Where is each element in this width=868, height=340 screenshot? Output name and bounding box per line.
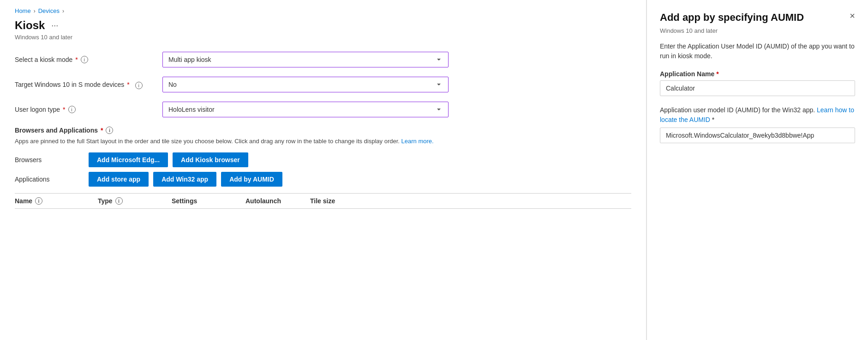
add-store-app-button[interactable]: Add store app <box>89 172 149 187</box>
breadcrumb-home[interactable]: Home <box>15 7 31 14</box>
page-title-row: Kiosk ··· <box>15 19 631 32</box>
applications-label: Applications <box>15 176 89 183</box>
add-win32-app-button[interactable]: Add Win32 app <box>153 172 216 187</box>
user-logon-select[interactable]: HoloLens visitor Azure AD user or group … <box>162 102 449 117</box>
applications-buttons: Add store app Add Win32 app Add by AUMID <box>89 172 282 187</box>
browsers-apps-info-icon[interactable]: i <box>106 127 113 134</box>
browsers-label: Browsers <box>15 156 89 164</box>
kiosk-mode-row: Select a kiosk mode * i Multi app kiosk … <box>15 52 631 67</box>
learn-more-link[interactable]: Learn more. <box>401 138 434 145</box>
target-windows-row: Target Windows 10 in S mode devices * i … <box>15 77 631 92</box>
left-panel: Home › Devices › Kiosk ··· Windows 10 an… <box>0 0 647 340</box>
app-name-required: * <box>716 70 718 78</box>
breadcrumb: Home › Devices › <box>15 7 631 14</box>
table-header: Name i Type i Settings Autolaunch Tile s… <box>15 193 631 209</box>
target-windows-select[interactable]: No Yes <box>162 77 449 92</box>
browsers-row: Browsers Add Microsoft Edg... Add Kiosk … <box>15 152 631 167</box>
kiosk-mode-label: Select a kiosk mode * i <box>15 56 162 63</box>
add-by-aumid-button[interactable]: Add by AUMID <box>221 172 282 187</box>
kiosk-mode-control: Multi app kiosk Single app kiosk <box>162 52 449 67</box>
add-microsoft-edge-button[interactable]: Add Microsoft Edg... <box>89 152 168 167</box>
col-settings-header: Settings <box>172 197 245 205</box>
breadcrumb-devices[interactable]: Devices <box>38 7 60 14</box>
app-name-input[interactable] <box>660 80 855 96</box>
user-logon-info-icon[interactable]: i <box>68 106 76 113</box>
user-logon-label: User logon type * i <box>15 106 162 113</box>
col-type-info-icon[interactable]: i <box>115 197 123 205</box>
aumid-required: * <box>712 116 714 123</box>
section-description: Apps are pinned to the full Start layout… <box>15 137 631 146</box>
target-windows-info-icon[interactable]: i <box>135 82 143 89</box>
col-type-header: Type i <box>98 197 172 205</box>
col-name-header: Name i <box>15 197 98 205</box>
page-title: Kiosk <box>15 19 45 32</box>
panel-header: Add app by specifying AUMID × <box>660 11 855 24</box>
col-name-info-icon[interactable]: i <box>35 197 42 205</box>
user-logon-control: HoloLens visitor Azure AD user or group … <box>162 102 449 117</box>
breadcrumb-sep2: › <box>62 8 64 14</box>
close-button[interactable]: × <box>850 11 855 20</box>
app-name-label: Application Name * <box>660 70 855 78</box>
right-panel: Add app by specifying AUMID × Windows 10… <box>647 0 868 340</box>
col-autolaunch-header: Autolaunch <box>245 197 310 205</box>
aumid-group: Application user model ID (AUMID) for th… <box>660 105 855 143</box>
panel-title: Add app by specifying AUMID <box>660 11 804 24</box>
browsers-apps-required: * <box>101 127 103 134</box>
kiosk-mode-required: * <box>75 56 78 63</box>
panel-subtitle: Windows 10 and later <box>660 27 855 34</box>
page-subtitle: Windows 10 and later <box>15 34 631 41</box>
browsers-applications-label: Browsers and Applications * i <box>15 127 631 134</box>
target-windows-control: No Yes <box>162 77 449 92</box>
col-tilesize-header: Tile size <box>310 197 375 205</box>
kiosk-mode-info-icon[interactable]: i <box>81 56 88 63</box>
user-logon-row: User logon type * i HoloLens visitor Azu… <box>15 102 631 117</box>
add-kiosk-browser-button[interactable]: Add Kiosk browser <box>173 152 248 167</box>
target-windows-label: Target Windows 10 in S mode devices * i <box>15 80 162 89</box>
browsers-applications-section: Browsers and Applications * i Apps are p… <box>15 127 631 209</box>
ellipsis-button[interactable]: ··· <box>49 21 60 30</box>
user-logon-required: * <box>63 106 65 113</box>
panel-description: Enter the Application User Model ID (AUM… <box>660 42 855 61</box>
breadcrumb-sep1: › <box>34 8 36 14</box>
browsers-buttons: Add Microsoft Edg... Add Kiosk browser <box>89 152 248 167</box>
app-name-group: Application Name * <box>660 70 855 96</box>
aumid-label-row: Application user model ID (AUMID) for th… <box>660 105 855 125</box>
kiosk-mode-select[interactable]: Multi app kiosk Single app kiosk <box>162 52 449 67</box>
aumid-input[interactable] <box>660 128 855 143</box>
target-windows-required: * <box>127 81 129 88</box>
applications-row: Applications Add store app Add Win32 app… <box>15 172 631 187</box>
